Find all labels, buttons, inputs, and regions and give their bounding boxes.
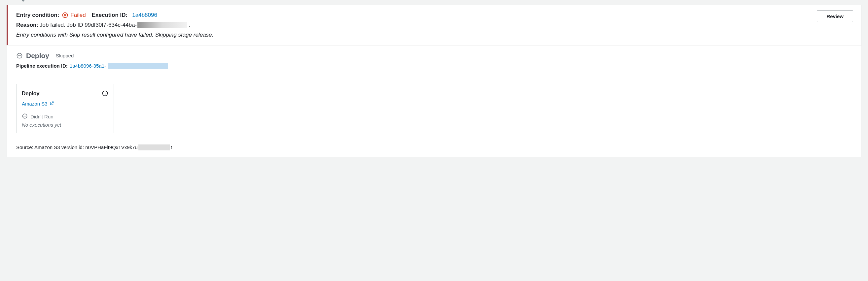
review-button[interactable]: Review <box>817 10 853 22</box>
pipeline-execution-id-link[interactable]: 1a4b8096-35a1- <box>70 63 106 69</box>
stage-header: Deploy Skipped Pipeline execution ID: 1a… <box>7 45 861 75</box>
didnt-run-text: Didn't Run <box>30 114 54 119</box>
no-executions-text: No executions yet <box>22 122 108 128</box>
source-text-prefix: Source: Amazon S3 version id: n0VPHaFlt9… <box>16 144 138 150</box>
reason-label: Reason: <box>16 22 38 28</box>
stage-name: Deploy <box>26 52 49 60</box>
stage-title-row: Deploy Skipped <box>16 52 852 60</box>
pipeline-arrow-icon <box>7 0 861 4</box>
external-link-icon <box>50 101 54 107</box>
reason-text-suffix: . <box>189 22 191 28</box>
reason-text-prefix: Job failed. Job ID 99df30f7-634c-44ba- <box>40 22 137 28</box>
status-failed-indicator: Failed <box>62 11 86 19</box>
source-text-suffix: t <box>171 144 172 150</box>
stage-status-text: Skipped <box>56 53 74 58</box>
redacted-region <box>108 63 168 69</box>
redacted-region <box>137 22 187 28</box>
svg-point-5 <box>105 92 105 92</box>
entry-condition-label: Entry condition: <box>16 11 59 19</box>
reason-row: Reason: Job failed. Job ID 99df30f7-634c… <box>16 22 853 28</box>
skipped-icon <box>16 52 23 59</box>
redacted-region <box>138 144 170 150</box>
entry-condition-panel: Review Entry condition: Failed Execution… <box>7 5 861 45</box>
pipeline-execution-row: Pipeline execution ID: 1a4b8096-35a1- <box>16 63 852 69</box>
didnt-run-row: Didn't Run <box>22 113 108 120</box>
action-provider-row: Amazon S3 <box>22 101 108 107</box>
stage-body: Deploy Amazon S3 <box>7 75 861 157</box>
provider-link[interactable]: Amazon S3 <box>22 101 48 107</box>
info-icon[interactable] <box>102 90 108 98</box>
skip-message-text: Entry conditions with Skip result config… <box>16 32 853 38</box>
failed-icon <box>62 12 68 19</box>
execution-id-link[interactable]: 1a4b8096 <box>132 11 157 19</box>
execution-id-label: Execution ID: <box>92 11 128 19</box>
stage-panel: Deploy Skipped Pipeline execution ID: 1a… <box>7 45 861 157</box>
entry-condition-row: Entry condition: Failed Execution ID: 1a… <box>16 11 853 19</box>
action-card: Deploy Amazon S3 <box>16 84 114 133</box>
didnt-run-icon <box>22 113 28 120</box>
action-title: Deploy <box>22 91 39 97</box>
source-row: Source: Amazon S3 version id: n0VPHaFlt9… <box>16 144 852 150</box>
action-card-header: Deploy <box>22 90 108 98</box>
pipeline-execution-id-label: Pipeline execution ID: <box>16 63 68 69</box>
status-failed-text: Failed <box>70 11 86 19</box>
